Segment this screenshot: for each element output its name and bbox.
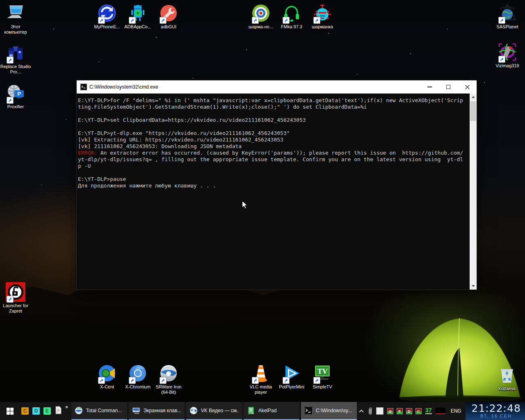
desktop-icon-proxifier[interactable]: PProxifier <box>0 83 31 110</box>
terminal-line: [vk] 211161062_456243053: Downloading JS… <box>78 143 469 150</box>
sasplanet-icon <box>498 3 517 23</box>
black-tray-indicator[interactable] <box>436 408 445 414</box>
start-button[interactable] <box>0 402 20 420</box>
clock-time: 21:22:48 <box>472 404 521 413</box>
minimize-button[interactable] <box>420 80 439 94</box>
shortcut-arrow-icon <box>160 377 167 384</box>
desktop-icon-label: шарманка <box>307 24 338 30</box>
disk-badge-E[interactable]: E <box>397 408 403 414</box>
myphone-icon <box>97 3 117 23</box>
disk-badge-@[interactable]: @ <box>387 408 393 414</box>
desktop-icon-simpletv[interactable]: TVSimpleTV <box>307 363 338 390</box>
shortcut-arrow-icon <box>498 56 505 63</box>
quick-launch-drive-e[interactable]: E <box>43 407 51 415</box>
desktop-icon-label: Этот компьютер <box>0 24 31 35</box>
sharma-ho-icon <box>251 3 271 23</box>
desktop-icon-replace-studio[interactable]: Replace Studio Pro... <box>0 43 31 75</box>
maximize-button[interactable] <box>439 80 458 94</box>
clock-date: ВТ, 16 СЕН <box>480 413 512 418</box>
shortcut-arrow-icon <box>7 57 14 64</box>
quick-launch-notes-icon[interactable] <box>55 406 62 416</box>
terminal-scrollbar[interactable] <box>470 94 477 290</box>
svg-text:TV: TV <box>317 368 328 375</box>
scroll-up-button[interactable] <box>470 94 477 100</box>
taskbar-button-label: C:\Windows\sy... <box>316 408 352 413</box>
screen-keyboard-taskbar-icon <box>132 406 140 415</box>
desktop-icon-x-cent[interactable]: X-Cent <box>91 363 123 390</box>
terminal-output[interactable]: E:\YT-DLP>for /F "delims=" %i in (' msht… <box>77 94 477 290</box>
vk-video-taskbar-icon <box>189 406 198 415</box>
terminal-line: E:\YT-DLP>yt-dlp.exe "https://vkvideo.ru… <box>78 130 469 137</box>
desktop-icon-vizimag[interactable]: Vizimag319 <box>492 42 523 68</box>
quick-launch-drive-c[interactable]: C <box>21 407 29 415</box>
terminal-line <box>78 123 469 130</box>
replace-studio-icon <box>6 43 25 63</box>
adbgui-icon <box>159 3 178 23</box>
taskbar-button-akelpad[interactable]: AkelPad <box>244 402 299 420</box>
shortcut-arrow-icon <box>283 17 290 24</box>
vlc-icon <box>251 363 271 383</box>
close-button[interactable] <box>458 80 477 94</box>
desktop-icon-adbappco[interactable]: ADBAppCo... <box>122 3 153 30</box>
taskbar-button-cmd[interactable]: C:\Windows\sy... <box>301 402 357 420</box>
terminal-line: ERROR: An extractor error has occurred. … <box>78 150 469 156</box>
taskbar-button-total-commander[interactable]: Total Comman... <box>71 402 127 420</box>
taskbar-button-label: VK Видео — см... <box>201 408 239 413</box>
desktop-icon-adbgui[interactable]: adbGUI <box>153 3 184 30</box>
srware-icon <box>159 363 178 383</box>
desktop-icon-sasplanet[interactable]: SASPlanet <box>492 3 523 30</box>
recycle-icon <box>497 365 517 385</box>
desktop-icon-label: SRWare Iron (64-Bit) <box>153 384 184 395</box>
shortcut-arrow-icon <box>98 17 105 24</box>
desktop-icon-sharmanka[interactable]: шарманка <box>307 3 338 30</box>
toolbar-overflow-chevron[interactable]: » <box>65 404 68 410</box>
disk-badge-C[interactable]: C <box>415 408 422 414</box>
taskbar-button-screen-keyboard[interactable]: Экранная клав... <box>129 402 185 420</box>
shortcut-arrow-icon <box>252 17 259 24</box>
scroll-up-icon <box>472 96 475 98</box>
desktop-icon-label: Корзина <box>491 386 523 391</box>
taskbar-button-vk-video[interactable]: VK Видео — см... <box>186 402 242 420</box>
disk-badge-D[interactable]: D <box>406 408 412 414</box>
close-icon <box>465 85 470 89</box>
x-cent-icon <box>97 363 117 383</box>
language-indicator[interactable]: ENG <box>449 408 463 414</box>
desktop-icon-vlc[interactable]: VLC media player <box>245 363 276 395</box>
desktop-icon-label: X-Chromium <box>122 384 153 390</box>
desktop-icon-label: SASPlanet <box>492 24 523 30</box>
windows-logo-icon <box>6 407 14 415</box>
shortcut-arrow-icon <box>283 377 290 384</box>
desktop-icon-label: VLC media player <box>245 384 276 395</box>
shortcut-arrow-icon <box>313 17 320 24</box>
terminal-line: E:\YT-DLP>for /F "delims=" %i in (' msht… <box>78 97 469 104</box>
desktop-icon-label: Replace Studio Pro... <box>0 64 31 75</box>
cmd-titlebar[interactable]: C:\Windows\system32\cmd.exe <box>77 80 477 94</box>
shortcut-arrow-icon <box>98 377 105 384</box>
tray-expand-chevron-icon[interactable] <box>358 409 364 413</box>
desktop-icon-potplayer[interactable]: PotPlyerMini <box>276 363 307 390</box>
adbappco-icon <box>128 3 148 23</box>
desktop-icon-this-pc[interactable]: Этот компьютер <box>0 3 31 35</box>
quick-launch-bar: CDE <box>20 402 64 420</box>
taskbar-clock[interactable]: 21:22:48 ВТ, 16 СЕН <box>466 402 525 420</box>
terminal-line: E:\YT-DLP>pause <box>78 176 469 183</box>
taskbar: CDE » Total Comman...Экранная клав...VK … <box>0 402 525 420</box>
desktop-icon-myphone[interactable]: MyPhoneE... <box>91 3 123 30</box>
desktop-icon-label: Proxifier <box>0 104 31 110</box>
terminal-line: ting.FileSystemObject').GetStandardStrea… <box>78 104 469 110</box>
desktop-icon-fmka[interactable]: FMka 97.3 <box>276 3 307 30</box>
desktop-icon-srware[interactable]: SRWare Iron (64-Bit) <box>153 363 184 395</box>
desktop-icon-sharma-ho[interactable]: шарма-но... <box>245 3 276 30</box>
desktop-icon-x-chromium[interactable]: X-Chromium <box>122 363 153 390</box>
temperature-tray-indicator[interactable]: 37 <box>425 408 432 414</box>
desktop-icon-recycle[interactable]: Корзина <box>491 365 523 391</box>
white-square-tray-icon[interactable] <box>376 407 383 415</box>
paperclip-tray-icon[interactable] <box>368 406 372 415</box>
cmd-taskbar-icon <box>304 406 313 415</box>
scroll-down-button[interactable] <box>470 283 477 290</box>
shortcut-arrow-icon <box>160 17 167 24</box>
scrollbar-thumb[interactable] <box>470 101 476 121</box>
desktop-icon-zapret[interactable]: Launcher for Zapret <box>0 282 31 314</box>
quick-launch-drive-d[interactable]: D <box>32 407 40 415</box>
x-chromium-icon <box>128 363 148 383</box>
